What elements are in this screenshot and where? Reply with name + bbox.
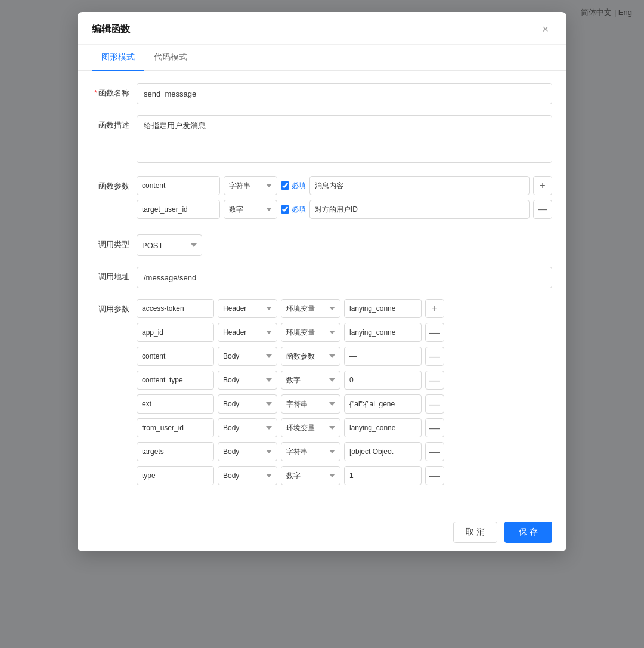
param-row-0: 字符串 数字 布尔 必填 +	[137, 176, 552, 195]
cp-name-2[interactable]	[137, 347, 214, 366]
function-desc-textarea[interactable]: 给指定用户发消息	[137, 115, 552, 163]
close-button[interactable]: ×	[538, 23, 552, 36]
call-type-content: POST GET PUT DELETE	[137, 234, 552, 256]
param-row-1: 字符串 数字 布尔 必填 —	[137, 200, 552, 219]
call-url-label: 调用地址	[92, 267, 137, 282]
cp-remove-3[interactable]: —	[425, 371, 444, 390]
param-desc-0[interactable]	[309, 176, 530, 195]
cp-remove-1[interactable]: —	[425, 323, 444, 342]
cp-loc-7[interactable]: HeaderBodyQuery	[218, 466, 277, 485]
param-desc-1[interactable]	[309, 200, 530, 219]
function-desc-row: 函数描述 给指定用户发消息	[92, 115, 552, 165]
cp-row-7: HeaderBodyQuery 环境变量函数参数字符串数字 —	[137, 466, 552, 485]
tab-graph[interactable]: 图形模式	[92, 45, 144, 71]
modal-overlay: 编辑函数 × 图形模式 代码模式 *函数名称 函数描述 给	[0, 0, 644, 648]
call-type-select[interactable]: POST GET PUT DELETE	[137, 234, 202, 256]
call-url-input[interactable]	[137, 267, 552, 288]
cp-row-1: HeaderBodyQuery 环境变量函数参数字符串数字 —	[137, 323, 552, 342]
modal-footer: 取 消 保 存	[78, 513, 566, 551]
cp-remove-2[interactable]: —	[425, 347, 444, 366]
cp-row-4: HeaderBodyQuery 环境变量函数参数字符串数字 —	[137, 394, 552, 414]
modal-header: 编辑函数 ×	[78, 12, 566, 45]
cp-value-4[interactable]	[344, 394, 422, 414]
modal-body: *函数名称 函数描述 给指定用户发消息 函数参数	[78, 71, 566, 513]
function-name-content	[137, 83, 552, 104]
cp-loc-1[interactable]: HeaderBodyQuery	[218, 323, 277, 342]
cp-loc-2[interactable]: HeaderBodyQuery	[218, 347, 277, 366]
modal-tabs: 图形模式 代码模式	[78, 45, 566, 71]
cp-type-6[interactable]: 环境变量函数参数字符串数字	[281, 442, 340, 461]
param-required-0[interactable]: 必填	[281, 181, 306, 191]
cp-type-4[interactable]: 环境变量函数参数字符串数字	[281, 394, 340, 414]
cp-type-3[interactable]: 环境变量函数参数字符串数字	[281, 371, 340, 390]
modal-title: 编辑函数	[92, 23, 130, 36]
add-param-button[interactable]: +	[533, 176, 552, 195]
cp-name-0[interactable]	[137, 299, 214, 318]
cp-row-3: HeaderBodyQuery 环境变量函数参数字符串数字 —	[137, 371, 552, 390]
cp-add-button[interactable]: +	[425, 299, 444, 318]
cp-value-0[interactable]	[344, 299, 422, 318]
cp-remove-7[interactable]: —	[425, 466, 444, 485]
function-name-label: *函数名称	[92, 83, 137, 98]
cp-type-5[interactable]: 环境变量函数参数字符串数字	[281, 418, 340, 437]
cp-row-0: HeaderBodyQuery 环境变量函数参数字符串数字 +	[137, 299, 552, 318]
cp-type-2[interactable]: 环境变量函数参数字符串数字	[281, 347, 340, 366]
cp-loc-0[interactable]: HeaderBodyQuery	[218, 299, 277, 318]
cp-name-7[interactable]	[137, 466, 214, 485]
cp-row-2: HeaderBodyQuery 环境变量函数参数字符串数字 — —	[137, 347, 552, 366]
edit-function-modal: 编辑函数 × 图形模式 代码模式 *函数名称 函数描述 给	[78, 12, 566, 551]
call-type-label: 调用类型	[92, 234, 137, 250]
function-params-content: 字符串 数字 布尔 必填 +	[137, 176, 552, 224]
call-type-row: 调用类型 POST GET PUT DELETE	[92, 234, 552, 256]
cp-value-1[interactable]	[344, 323, 422, 342]
cp-loc-5[interactable]: HeaderBodyQuery	[218, 418, 277, 437]
cancel-button[interactable]: 取 消	[453, 522, 497, 543]
call-url-row: 调用地址	[92, 267, 552, 288]
function-params-row: 函数参数 字符串 数字 布尔 必填	[92, 176, 552, 224]
cp-type-7[interactable]: 环境变量函数参数字符串数字	[281, 466, 340, 485]
call-params-label: 调用参数	[92, 299, 137, 314]
required-star: *	[94, 88, 97, 97]
cp-name-4[interactable]	[137, 394, 214, 414]
cp-loc-6[interactable]: HeaderBodyQuery	[218, 442, 277, 461]
cp-remove-4[interactable]: —	[425, 394, 444, 414]
function-name-row: *函数名称	[92, 83, 552, 104]
param-name-1[interactable]	[137, 200, 220, 219]
save-button[interactable]: 保 存	[504, 522, 552, 543]
cp-name-5[interactable]	[137, 418, 214, 437]
cp-value-6[interactable]	[344, 442, 422, 461]
cp-value-2: —	[344, 347, 422, 366]
function-desc-content: 给指定用户发消息	[137, 115, 552, 165]
cp-name-6[interactable]	[137, 442, 214, 461]
param-type-0[interactable]: 字符串 数字 布尔	[224, 176, 277, 195]
param-required-checkbox-0[interactable]	[281, 181, 289, 190]
cp-remove-6[interactable]: —	[425, 442, 444, 461]
cp-value-5[interactable]	[344, 418, 422, 437]
param-required-checkbox-1[interactable]	[281, 205, 289, 214]
function-name-input[interactable]	[137, 83, 552, 104]
cp-remove-5[interactable]: —	[425, 418, 444, 437]
remove-param-button-1[interactable]: —	[533, 200, 552, 219]
cp-value-3[interactable]	[344, 371, 422, 390]
function-params-label: 函数参数	[92, 176, 137, 192]
call-params-row: 调用参数 HeaderBodyQuery 环境变量函数参数字符串数字 +	[92, 299, 552, 490]
cp-loc-4[interactable]: HeaderBodyQuery	[218, 394, 277, 414]
cp-value-7[interactable]	[344, 466, 422, 485]
cp-row-6: HeaderBodyQuery 环境变量函数参数字符串数字 —	[137, 442, 552, 461]
cp-name-3[interactable]	[137, 371, 214, 390]
function-desc-label: 函数描述	[92, 115, 137, 131]
param-required-1[interactable]: 必填	[281, 205, 306, 215]
cp-row-5: HeaderBodyQuery 环境变量函数参数字符串数字 —	[137, 418, 552, 437]
call-params-content: HeaderBodyQuery 环境变量函数参数字符串数字 + HeaderBo…	[137, 299, 552, 490]
cp-name-1[interactable]	[137, 323, 214, 342]
call-url-content	[137, 267, 552, 288]
tab-code[interactable]: 代码模式	[144, 45, 197, 71]
cp-type-0[interactable]: 环境变量函数参数字符串数字	[281, 299, 340, 318]
cp-type-1[interactable]: 环境变量函数参数字符串数字	[281, 323, 340, 342]
param-type-1[interactable]: 字符串 数字 布尔	[224, 200, 277, 219]
param-name-0[interactable]	[137, 176, 220, 195]
cp-loc-3[interactable]: HeaderBodyQuery	[218, 371, 277, 390]
